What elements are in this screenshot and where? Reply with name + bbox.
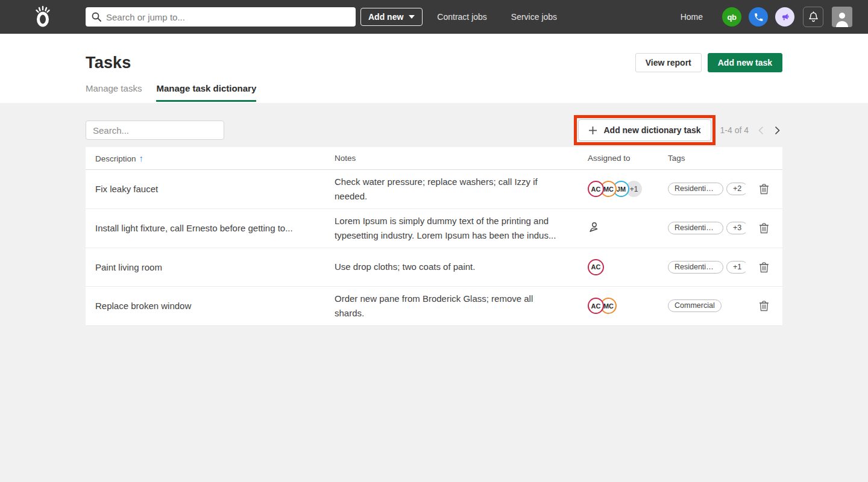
dictionary-task-table: Description↑ Notes Assigned to Tags Fix …	[86, 147, 782, 326]
pagination-next-button[interactable]	[772, 124, 782, 137]
global-search	[86, 7, 356, 27]
app-logo-icon[interactable]	[34, 5, 52, 29]
tag-pill[interactable]: Residential...	[668, 261, 723, 274]
assignee-avatar[interactable]: AC	[588, 181, 604, 197]
add-new-button[interactable]: Add new	[360, 8, 423, 26]
nav-link-home[interactable]: Home	[681, 12, 703, 22]
column-header-description[interactable]: Description↑	[86, 147, 325, 169]
column-header-tags: Tags	[658, 147, 746, 169]
task-description: Fix leaky faucet	[86, 169, 325, 208]
chevron-right-icon	[775, 126, 780, 135]
page-header: Tasks View report Add new task Manage ta…	[0, 34, 868, 103]
unassigned-person-icon	[588, 221, 600, 233]
assignee-avatar[interactable]: AC	[588, 298, 604, 314]
person-icon	[834, 10, 850, 27]
search-icon	[92, 12, 101, 22]
notifications-bell-button[interactable]	[803, 7, 823, 27]
column-header-description-label: Description	[95, 154, 136, 163]
global-search-input[interactable]	[106, 12, 350, 22]
chevron-down-icon	[409, 15, 415, 19]
task-tags: Commercial	[658, 286, 746, 325]
view-report-button[interactable]: View report	[635, 53, 702, 72]
tag-overflow-pill[interactable]: +2	[726, 183, 746, 195]
megaphone-icon[interactable]	[775, 7, 794, 27]
task-description: Install light fixture, call Ernesto befo…	[86, 208, 325, 248]
main-content: Add new dictionary task 1-4 of 4 Descrip…	[0, 103, 868, 326]
page-title: Tasks	[86, 54, 131, 72]
task-notes: Check water pressure; replace washers; c…	[325, 169, 578, 208]
column-header-notes: Notes	[325, 147, 578, 169]
task-notes: Order new pane from Broderick Glass; rem…	[325, 286, 578, 325]
task-assignees	[578, 208, 658, 248]
column-header-assigned-to: Assigned to	[578, 147, 658, 169]
add-new-task-button[interactable]: Add new task	[708, 53, 782, 72]
task-notes: Lorem Ipsum is simply dummy text of the …	[325, 208, 578, 248]
annotation-highlight-box: Add new dictionary task	[574, 115, 715, 145]
pagination-range: 1-4 of 4	[720, 125, 749, 135]
table-row[interactable]: Fix leaky faucet Check water pressure; r…	[86, 169, 782, 208]
trash-icon	[759, 222, 769, 234]
chevron-left-icon	[758, 126, 764, 135]
nav-link-service-jobs[interactable]: Service jobs	[511, 12, 557, 22]
trash-icon	[759, 183, 769, 195]
delete-task-button[interactable]	[756, 298, 772, 314]
table-row[interactable]: Install light fixture, call Ernesto befo…	[86, 208, 782, 248]
sort-asc-icon: ↑	[139, 153, 144, 163]
add-dictionary-task-button[interactable]: Add new dictionary task	[578, 119, 711, 141]
header-actions: View report Add new task	[635, 53, 782, 72]
tag-overflow-pill[interactable]: +3	[726, 222, 746, 234]
task-notes: Use drop cloths; two coats of paint.	[325, 248, 578, 286]
trash-icon	[759, 261, 769, 273]
tab-manage-tasks[interactable]: Manage tasks	[86, 83, 142, 102]
task-description: Replace broken window	[86, 286, 325, 325]
plus-icon	[588, 126, 597, 135]
trash-icon	[759, 300, 769, 311]
delete-task-button[interactable]	[756, 181, 772, 197]
table-row[interactable]: Paint living room Use drop cloths; two c…	[86, 248, 782, 286]
tab-manage-task-dictionary[interactable]: Manage task dictionary	[156, 83, 256, 102]
tag-pill[interactable]: Residential...	[668, 183, 723, 195]
tag-pill[interactable]: Commercial	[668, 299, 722, 312]
quickbooks-icon[interactable]: qb	[722, 7, 741, 27]
delete-task-button[interactable]	[756, 259, 772, 275]
table-toolbar: Add new dictionary task 1-4 of 4	[86, 114, 782, 146]
tag-pill[interactable]: Residential...	[668, 222, 723, 234]
tag-overflow-pill[interactable]: +1	[726, 261, 746, 274]
table-header-row: Description↑ Notes Assigned to Tags	[86, 147, 782, 169]
user-avatar[interactable]	[832, 7, 852, 27]
quickbooks-label: qb	[728, 13, 737, 22]
task-assignees: AC MC	[578, 286, 658, 325]
tab-bar: Manage tasks Manage task dictionary	[86, 83, 782, 102]
delete-task-button[interactable]	[756, 220, 772, 236]
table-search-input[interactable]	[86, 120, 224, 140]
nav-link-contract-jobs[interactable]: Contract jobs	[437, 12, 486, 22]
task-assignees: AC MC JM +1	[578, 169, 658, 208]
task-tags: Residential...+1	[658, 248, 746, 286]
column-header-actions	[746, 147, 782, 169]
bell-icon	[808, 11, 819, 23]
task-tags: Residential...+2	[658, 169, 746, 208]
task-assignees: AC	[578, 248, 658, 286]
top-navbar: Add new Contract jobs Service jobs Home …	[0, 0, 868, 34]
table-row[interactable]: Replace broken window Order new pane fro…	[86, 286, 782, 325]
task-description: Paint living room	[86, 248, 325, 286]
add-new-label: Add new	[368, 12, 403, 22]
assignee-avatar[interactable]: AC	[588, 259, 604, 275]
pagination-prev-button[interactable]	[756, 124, 766, 137]
add-dictionary-task-label: Add new dictionary task	[603, 125, 700, 135]
task-tags: Residential...+3	[658, 208, 746, 248]
phone-icon[interactable]	[749, 7, 768, 27]
